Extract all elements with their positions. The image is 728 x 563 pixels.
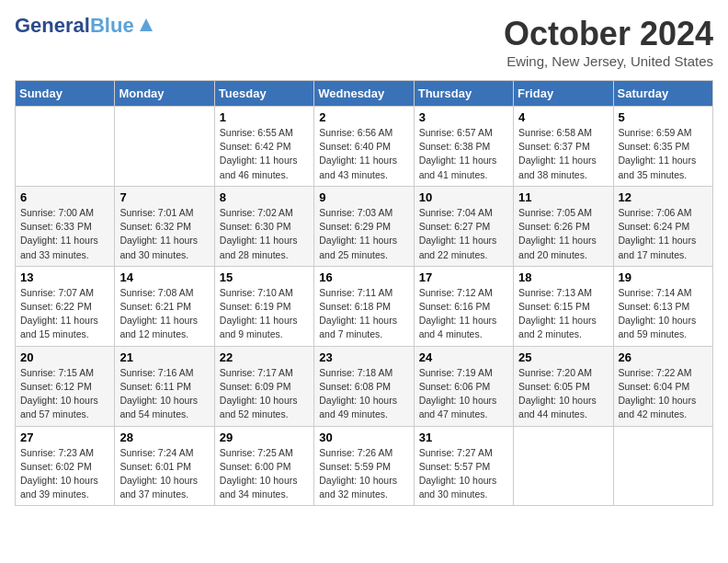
day-info: Sunrise: 7:18 AM Sunset: 6:08 PM Dayligh…: [319, 366, 408, 422]
day-info: Sunrise: 7:20 AM Sunset: 6:05 PM Dayligh…: [518, 366, 608, 422]
calendar-cell: 29Sunrise: 7:25 AM Sunset: 6:00 PM Dayli…: [214, 426, 313, 506]
day-number: 7: [119, 190, 209, 204]
day-info: Sunrise: 7:06 AM Sunset: 6:24 PM Dayligh…: [619, 206, 708, 262]
calendar-cell: 30Sunrise: 7:26 AM Sunset: 5:59 PM Dayli…: [314, 426, 414, 506]
day-number: 8: [220, 190, 309, 204]
day-number: 23: [319, 350, 408, 364]
day-info: Sunrise: 7:27 AM Sunset: 5:57 PM Dayligh…: [419, 446, 508, 502]
day-info: Sunrise: 6:58 AM Sunset: 6:37 PM Dayligh…: [518, 126, 608, 182]
day-info: Sunrise: 7:04 AM Sunset: 6:27 PM Dayligh…: [419, 206, 508, 262]
day-number: 24: [419, 350, 508, 364]
day-number: 15: [220, 270, 309, 284]
svg-marker-0: [140, 18, 153, 31]
day-number: 2: [319, 110, 408, 124]
calendar-cell: [16, 107, 115, 187]
day-number: 14: [119, 270, 209, 284]
day-info: Sunrise: 7:12 AM Sunset: 6:16 PM Dayligh…: [419, 286, 508, 342]
weekday-header-thursday: Thursday: [414, 81, 513, 107]
weekday-header-sunday: Sunday: [16, 81, 115, 107]
day-number: 22: [220, 350, 309, 364]
calendar-cell: 3Sunrise: 6:57 AM Sunset: 6:38 PM Daylig…: [414, 107, 513, 187]
day-info: Sunrise: 7:23 AM Sunset: 6:02 PM Dayligh…: [20, 446, 109, 502]
calendar-cell: 19Sunrise: 7:14 AM Sunset: 6:13 PM Dayli…: [613, 266, 712, 346]
calendar-cell: 11Sunrise: 7:05 AM Sunset: 6:26 PM Dayli…: [514, 186, 613, 266]
day-number: 10: [419, 190, 508, 204]
day-info: Sunrise: 6:59 AM Sunset: 6:35 PM Dayligh…: [619, 126, 708, 182]
calendar-table: SundayMondayTuesdayWednesdayThursdayFrid…: [15, 80, 713, 506]
day-number: 27: [20, 431, 109, 444]
calendar-cell: 6Sunrise: 7:00 AM Sunset: 6:33 PM Daylig…: [16, 186, 115, 266]
day-number: 30: [319, 431, 408, 444]
day-number: 29: [220, 431, 309, 444]
weekday-header-friday: Friday: [514, 81, 613, 107]
calendar-cell: 9Sunrise: 7:03 AM Sunset: 6:29 PM Daylig…: [314, 186, 414, 266]
calendar-cell: 4Sunrise: 6:58 AM Sunset: 6:37 PM Daylig…: [514, 107, 613, 187]
calendar-week-row: 6Sunrise: 7:00 AM Sunset: 6:33 PM Daylig…: [16, 186, 713, 266]
calendar-cell: 15Sunrise: 7:10 AM Sunset: 6:19 PM Dayli…: [214, 266, 313, 346]
location: Ewing, New Jersey, United States: [504, 53, 713, 69]
calendar-cell: 21Sunrise: 7:16 AM Sunset: 6:11 PM Dayli…: [115, 346, 214, 426]
day-number: 3: [419, 110, 508, 124]
weekday-header-saturday: Saturday: [613, 81, 712, 107]
calendar-cell: [514, 426, 613, 506]
logo-icon: [136, 15, 156, 35]
weekday-header-wednesday: Wednesday: [314, 81, 414, 107]
day-info: Sunrise: 6:57 AM Sunset: 6:38 PM Dayligh…: [419, 126, 508, 182]
day-number: 13: [20, 270, 109, 284]
calendar-cell: 26Sunrise: 7:22 AM Sunset: 6:04 PM Dayli…: [613, 346, 712, 426]
calendar-cell: 17Sunrise: 7:12 AM Sunset: 6:16 PM Dayli…: [414, 266, 513, 346]
day-info: Sunrise: 7:10 AM Sunset: 6:19 PM Dayligh…: [220, 286, 309, 342]
day-info: Sunrise: 7:26 AM Sunset: 5:59 PM Dayligh…: [319, 446, 408, 502]
day-info: Sunrise: 7:16 AM Sunset: 6:11 PM Dayligh…: [119, 366, 209, 422]
calendar-header-row: SundayMondayTuesdayWednesdayThursdayFrid…: [16, 81, 713, 107]
calendar-cell: 22Sunrise: 7:17 AM Sunset: 6:09 PM Dayli…: [214, 346, 313, 426]
day-info: Sunrise: 7:08 AM Sunset: 6:21 PM Dayligh…: [119, 286, 209, 342]
day-number: 19: [619, 270, 708, 284]
day-info: Sunrise: 7:22 AM Sunset: 6:04 PM Dayligh…: [619, 366, 708, 422]
day-number: 31: [419, 431, 508, 444]
calendar-cell: 1Sunrise: 6:55 AM Sunset: 6:42 PM Daylig…: [214, 107, 313, 187]
calendar-cell: 7Sunrise: 7:01 AM Sunset: 6:32 PM Daylig…: [115, 186, 214, 266]
calendar-cell: 20Sunrise: 7:15 AM Sunset: 6:12 PM Dayli…: [16, 346, 115, 426]
calendar-cell: 27Sunrise: 7:23 AM Sunset: 6:02 PM Dayli…: [16, 426, 115, 506]
day-number: 4: [518, 110, 608, 124]
day-number: 28: [119, 431, 209, 444]
day-info: Sunrise: 7:13 AM Sunset: 6:15 PM Dayligh…: [518, 286, 608, 342]
calendar-cell: 5Sunrise: 6:59 AM Sunset: 6:35 PM Daylig…: [613, 107, 712, 187]
calendar-cell: 23Sunrise: 7:18 AM Sunset: 6:08 PM Dayli…: [314, 346, 414, 426]
calendar-cell: 18Sunrise: 7:13 AM Sunset: 6:15 PM Dayli…: [514, 266, 613, 346]
day-info: Sunrise: 7:03 AM Sunset: 6:29 PM Dayligh…: [319, 206, 408, 262]
calendar-week-row: 20Sunrise: 7:15 AM Sunset: 6:12 PM Dayli…: [16, 346, 713, 426]
day-number: 17: [419, 270, 508, 284]
calendar-cell: 8Sunrise: 7:02 AM Sunset: 6:30 PM Daylig…: [214, 186, 313, 266]
day-info: Sunrise: 7:14 AM Sunset: 6:13 PM Dayligh…: [619, 286, 708, 342]
day-info: Sunrise: 7:05 AM Sunset: 6:26 PM Dayligh…: [518, 206, 608, 262]
day-info: Sunrise: 6:55 AM Sunset: 6:42 PM Dayligh…: [220, 126, 309, 182]
calendar-cell: [613, 426, 712, 506]
day-number: 11: [518, 190, 608, 204]
calendar-cell: 28Sunrise: 7:24 AM Sunset: 6:01 PM Dayli…: [115, 426, 214, 506]
day-number: 21: [119, 350, 209, 364]
day-info: Sunrise: 7:24 AM Sunset: 6:01 PM Dayligh…: [119, 446, 209, 502]
calendar-cell: 14Sunrise: 7:08 AM Sunset: 6:21 PM Dayli…: [115, 266, 214, 346]
calendar-cell: 10Sunrise: 7:04 AM Sunset: 6:27 PM Dayli…: [414, 186, 513, 266]
calendar-week-row: 13Sunrise: 7:07 AM Sunset: 6:22 PM Dayli…: [16, 266, 713, 346]
day-number: 16: [319, 270, 408, 284]
day-info: Sunrise: 7:17 AM Sunset: 6:09 PM Dayligh…: [220, 366, 309, 422]
day-info: Sunrise: 7:19 AM Sunset: 6:06 PM Dayligh…: [419, 366, 508, 422]
day-info: Sunrise: 6:56 AM Sunset: 6:40 PM Dayligh…: [319, 126, 408, 182]
calendar-cell: 12Sunrise: 7:06 AM Sunset: 6:24 PM Dayli…: [613, 186, 712, 266]
day-info: Sunrise: 7:00 AM Sunset: 6:33 PM Dayligh…: [20, 206, 109, 262]
day-number: 26: [619, 350, 708, 364]
calendar-cell: 2Sunrise: 6:56 AM Sunset: 6:40 PM Daylig…: [314, 107, 414, 187]
day-number: 5: [619, 110, 708, 124]
day-info: Sunrise: 7:02 AM Sunset: 6:30 PM Dayligh…: [220, 206, 309, 262]
title-section: October 2024 Ewing, New Jersey, United S…: [504, 15, 713, 69]
calendar-cell: 31Sunrise: 7:27 AM Sunset: 5:57 PM Dayli…: [414, 426, 513, 506]
calendar-cell: 24Sunrise: 7:19 AM Sunset: 6:06 PM Dayli…: [414, 346, 513, 426]
day-number: 25: [518, 350, 608, 364]
day-info: Sunrise: 7:01 AM Sunset: 6:32 PM Dayligh…: [119, 206, 209, 262]
calendar-cell: 16Sunrise: 7:11 AM Sunset: 6:18 PM Dayli…: [314, 266, 414, 346]
day-number: 9: [319, 190, 408, 204]
calendar-week-row: 1Sunrise: 6:55 AM Sunset: 6:42 PM Daylig…: [16, 107, 713, 187]
